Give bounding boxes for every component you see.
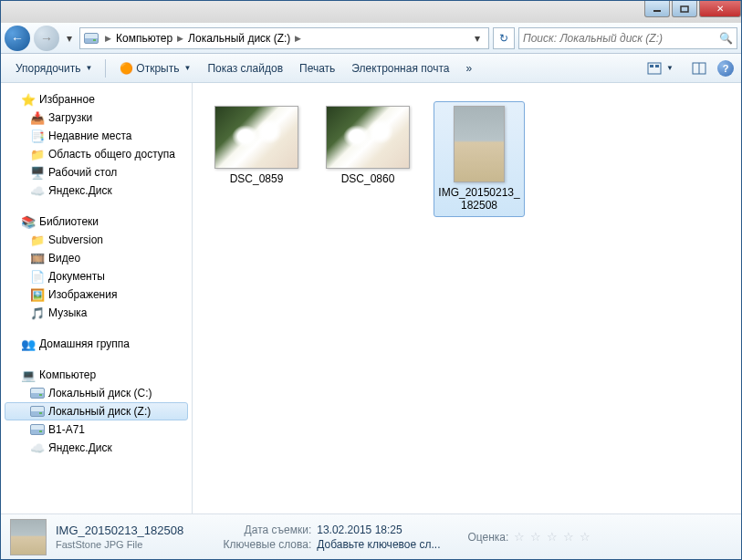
search-icon[interactable]: 🔍 xyxy=(719,32,733,45)
preview-icon xyxy=(692,62,706,75)
details-filename: IMG_20150213_182508 xyxy=(56,524,183,537)
back-button[interactable]: ← xyxy=(5,26,30,51)
maximize-button[interactable] xyxy=(672,1,697,17)
svg-rect-2 xyxy=(648,63,661,74)
search-box[interactable]: 🔍 xyxy=(518,27,737,49)
rating-label: Оценка: xyxy=(467,531,508,544)
file-label: DSC_0859 xyxy=(230,172,284,185)
homegroup-header[interactable]: 👥Домашняя группа xyxy=(1,335,192,353)
sidebar-item-documents[interactable]: 📄Документы xyxy=(1,267,192,285)
print-button[interactable]: Печать xyxy=(292,58,342,78)
explorer-window: ✕ ← → ▾ ▶ Компьютер ▶ Локальный диск (Z:… xyxy=(0,0,742,560)
date-label: Дата съемки: xyxy=(211,524,311,536)
svg-rect-0 xyxy=(653,10,661,12)
breadcrumb-computer[interactable]: Компьютер xyxy=(114,32,174,45)
titlebar: ✕ xyxy=(1,1,741,23)
overflow-button[interactable]: » xyxy=(458,58,479,78)
details-filetype: FastStone JPG File xyxy=(56,539,183,550)
thumbnail xyxy=(454,106,505,182)
history-dropdown[interactable]: ▾ xyxy=(63,29,76,47)
keywords-value[interactable]: Добавьте ключевое сл... xyxy=(317,538,440,551)
recent-icon: 📑 xyxy=(30,129,45,143)
body: ⭐Избранное 📥Загрузки 📑Недавние места 📁Об… xyxy=(1,83,741,513)
drive-icon xyxy=(84,31,99,46)
sidebar-item-music[interactable]: 🎵Музыка xyxy=(1,304,192,322)
rating-star[interactable]: ☆ xyxy=(563,530,574,544)
svg-rect-3 xyxy=(650,65,653,67)
thumbnail xyxy=(214,106,298,169)
separator xyxy=(105,59,106,78)
libraries-header[interactable]: 📚Библиотеки xyxy=(1,213,192,231)
desktop-icon: 🖥️ xyxy=(30,165,45,180)
search-input[interactable] xyxy=(523,32,719,45)
sidebar-item-video[interactable]: 🎞️Видео xyxy=(1,249,192,267)
help-button[interactable]: ? xyxy=(717,60,734,77)
file-item[interactable]: DSC_0860 xyxy=(322,101,413,190)
usb-icon xyxy=(30,422,45,437)
star-icon: ⭐ xyxy=(21,92,36,107)
close-button[interactable]: ✕ xyxy=(699,1,741,17)
rating-star[interactable]: ☆ xyxy=(547,530,558,544)
folder-icon: 📁 xyxy=(30,233,45,247)
keywords-label: Ключевые слова: xyxy=(211,538,311,551)
date-value[interactable]: 13.02.2015 18:25 xyxy=(317,524,402,536)
homegroup-icon: 👥 xyxy=(21,337,36,351)
sidebar-item-desktop[interactable]: 🖥️Рабочий стол xyxy=(1,163,192,181)
sidebar-item-shared[interactable]: 📁Область общего доступа xyxy=(1,145,192,163)
sidebar: ⭐Избранное 📥Загрузки 📑Недавние места 📁Об… xyxy=(1,83,193,513)
organize-button[interactable]: Упорядочить▼ xyxy=(8,58,99,78)
sidebar-item-downloads[interactable]: 📥Загрузки xyxy=(1,109,192,127)
sidebar-item-subversion[interactable]: 📁Subversion xyxy=(1,231,192,249)
sidebar-item-drive-z[interactable]: Локальный диск (Z:) xyxy=(5,402,188,420)
address-bar[interactable]: ▶ Компьютер ▶ Локальный диск (Z:) ▶ ▾ xyxy=(79,27,489,49)
rating-star[interactable]: ☆ xyxy=(530,530,541,544)
file-label: DSC_0860 xyxy=(341,172,395,185)
document-icon: 📄 xyxy=(30,269,45,284)
drive-icon xyxy=(30,386,45,400)
cloud-icon: ☁️ xyxy=(30,441,45,455)
refresh-button[interactable]: ↻ xyxy=(493,27,515,49)
music-icon: 🎵 xyxy=(30,306,45,320)
libraries-icon: 📚 xyxy=(21,214,36,229)
address-dropdown[interactable]: ▾ xyxy=(470,32,485,45)
sidebar-item-yadisk[interactable]: ☁️Яндекс.Диск xyxy=(1,181,192,200)
email-button[interactable]: Электронная почта xyxy=(344,58,456,78)
details-pane: IMG_20150213_182508 FastStone JPG File Д… xyxy=(1,513,741,559)
navbar: ← → ▾ ▶ Компьютер ▶ Локальный диск (Z:) … xyxy=(1,23,741,54)
sidebar-item-recent[interactable]: 📑Недавние места xyxy=(1,127,192,145)
open-icon: 🟠 xyxy=(119,61,133,76)
view-icon xyxy=(647,62,662,75)
toolbar: Упорядочить▼ 🟠Открыть▼ Показ слайдов Печ… xyxy=(1,54,741,83)
breadcrumb-drive[interactable]: Локальный диск (Z:) xyxy=(186,32,292,45)
favorites-header[interactable]: ⭐Избранное xyxy=(1,90,192,109)
computer-icon: 💻 xyxy=(21,368,36,382)
rating-star[interactable]: ☆ xyxy=(514,530,525,544)
sidebar-item-yadisk2[interactable]: ☁️Яндекс.Диск xyxy=(1,439,192,457)
sidebar-item-usb[interactable]: B1-A71 xyxy=(1,420,192,439)
rating-star[interactable]: ☆ xyxy=(580,530,590,544)
sidebar-item-drive-c[interactable]: Локальный диск (C:) xyxy=(1,384,192,402)
sidebar-item-images[interactable]: 🖼️Изображения xyxy=(1,285,192,304)
chevron-right-icon[interactable]: ▶ xyxy=(292,34,304,43)
file-pane[interactable]: DSC_0859 DSC_0860 IMG_20150213_182508 xyxy=(193,83,741,513)
chevron-right-icon[interactable]: ▶ xyxy=(174,34,186,43)
preview-pane-button[interactable] xyxy=(685,58,714,78)
slideshow-button[interactable]: Показ слайдов xyxy=(200,58,290,78)
chevron-right-icon[interactable]: ▶ xyxy=(102,34,114,43)
video-icon: 🎞️ xyxy=(30,251,45,265)
open-button[interactable]: 🟠Открыть▼ xyxy=(111,57,198,79)
file-item[interactable]: IMG_20150213_182508 xyxy=(434,101,525,217)
minimize-button[interactable] xyxy=(644,1,670,17)
view-button[interactable]: ▼ xyxy=(640,58,681,78)
details-thumbnail xyxy=(10,519,47,555)
computer-header[interactable]: 💻Компьютер xyxy=(1,366,192,384)
image-icon: 🖼️ xyxy=(30,287,45,302)
forward-button[interactable]: → xyxy=(34,26,59,51)
svg-rect-4 xyxy=(655,65,659,67)
thumbnail xyxy=(326,106,410,169)
drive-icon xyxy=(30,404,45,419)
file-label: IMG_20150213_182508 xyxy=(438,186,520,213)
cloud-icon: ☁️ xyxy=(30,183,45,198)
file-item[interactable]: DSC_0859 xyxy=(211,101,302,190)
share-icon: 📁 xyxy=(30,147,45,161)
